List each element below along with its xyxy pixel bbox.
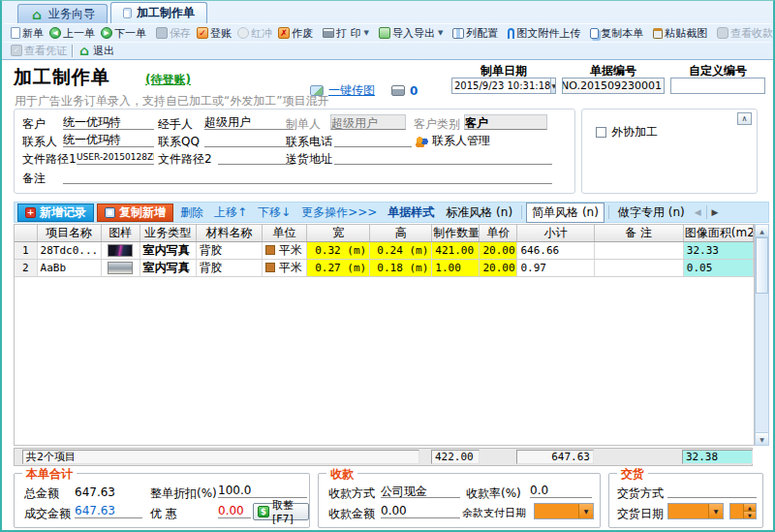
pager-left-icon[interactable]: ◀	[695, 207, 701, 217]
image-area-cell[interactable]: 32.33	[683, 242, 753, 260]
image-area-cell[interactable]: 0.05	[683, 260, 753, 277]
contact-management-button[interactable]: 联系人管理	[416, 133, 490, 149]
one-click-transfer-link[interactable]: 一键传图	[328, 82, 375, 99]
move-down-link[interactable]: 下移↓	[258, 204, 291, 221]
height-cell[interactable]: 0.18 (m)	[370, 260, 432, 277]
balance-date-dropdown[interactable]: ▼	[534, 503, 594, 519]
void-button[interactable]: 作废	[275, 25, 316, 41]
custom-number-input[interactable]	[670, 78, 765, 94]
col-height[interactable]: 高	[370, 225, 432, 242]
subtotal-cell[interactable]: 0.97	[517, 260, 594, 277]
height-cell[interactable]: 0.24 (m)	[370, 242, 432, 260]
order-date-input[interactable]: 2015/9/23 10:31:18 ▼	[451, 78, 556, 94]
contact-field[interactable]: 统一优玛特	[63, 132, 154, 147]
unit-cell[interactable]: 平米	[262, 260, 306, 277]
tab-processing-order[interactable]: 加工制作单	[110, 2, 207, 23]
handler-field[interactable]: 超级用户	[204, 114, 294, 130]
col-item-name[interactable]: 项目名称	[37, 225, 101, 242]
print-button[interactable]: 打 印▼	[320, 25, 372, 41]
material-cell[interactable]: 背胶	[196, 242, 262, 260]
more-actions-link[interactable]: 更多操作>>>	[301, 204, 377, 221]
deal-amount-field[interactable]: 647.63	[75, 504, 142, 518]
exit-button[interactable]: 退出	[75, 43, 117, 58]
spinner-down-icon[interactable]: ▼	[744, 512, 756, 518]
copy-order-button[interactable]: 复制本单	[587, 25, 646, 41]
col-unit-price[interactable]: 单价	[480, 225, 517, 242]
item-name-cell[interactable]: 28Tdc0...	[37, 242, 101, 260]
item-image-cell[interactable]	[101, 242, 140, 260]
payment-amount-field[interactable]: 0.00	[381, 504, 460, 518]
unit-price-cell[interactable]: 20.00	[480, 260, 517, 277]
delivery-method-field[interactable]	[667, 484, 757, 498]
import-export-button[interactable]: 导入导出▼	[376, 25, 446, 41]
qq-field[interactable]	[204, 132, 294, 147]
note-cell[interactable]	[594, 260, 683, 277]
discount-pct-field[interactable]: 100.0	[218, 484, 307, 498]
scroll-up-icon[interactable]: ▲	[756, 225, 768, 237]
plus-icon	[25, 207, 36, 218]
item-image-cell[interactable]	[101, 260, 140, 277]
quantity-cell[interactable]: 1.00	[432, 260, 480, 277]
next-order-button[interactable]: 下一单	[98, 25, 149, 41]
col-image-area[interactable]: 图像面积(m2)	[683, 225, 753, 242]
col-business-type[interactable]: 业务类型	[140, 225, 196, 242]
outsource-checkbox[interactable]: 外协加工	[596, 124, 658, 141]
scrollbar-thumb[interactable]	[756, 237, 768, 294]
col-note[interactable]: 备 注	[594, 225, 683, 242]
business-type-cell[interactable]: 室内写真	[140, 260, 196, 277]
printer-icon[interactable]	[391, 85, 405, 96]
payment-method-field[interactable]: 公司现金	[381, 484, 460, 498]
file-path1-field[interactable]: USER-20150128ZN:C:\	[77, 149, 154, 165]
collapse-button[interactable]: ∧	[737, 112, 752, 125]
unit-cell[interactable]: 平米	[262, 242, 306, 260]
round-amount-button[interactable]: 取整[F7]	[253, 503, 309, 520]
col-unit[interactable]: 单位	[262, 225, 306, 242]
style-standard-button[interactable]: 标准风格 (n)	[441, 203, 517, 222]
quantity-cell[interactable]: 421.00	[432, 242, 480, 260]
delivery-time-spinner[interactable]: ▲▼	[729, 503, 757, 519]
pager-right-icon[interactable]: ▶	[712, 207, 719, 217]
attachment-upload-button[interactable]: 图文附件上传	[505, 25, 583, 41]
scroll-down-icon[interactable]: ▼	[756, 432, 768, 445]
unit-price-cell[interactable]: 20.00	[480, 242, 517, 260]
paste-screenshot-button[interactable]: 粘贴截图	[650, 25, 710, 41]
style-simple-button[interactable]: 简单风格 (n)	[526, 203, 604, 223]
chevron-down-icon[interactable]: ▼	[550, 78, 556, 93]
post-account-button[interactable]: 登账	[194, 25, 234, 41]
add-record-button[interactable]: 新增记录	[17, 203, 94, 222]
copy-record-button[interactable]: 复制新增	[97, 203, 173, 222]
col-subtotal[interactable]: 小计	[517, 225, 594, 242]
note-cell[interactable]	[594, 242, 683, 260]
new-order-button[interactable]: 新单	[8, 25, 46, 41]
customer-field[interactable]: 统一优玛特	[63, 114, 154, 130]
width-cell[interactable]: 0.27 (m)	[307, 260, 370, 277]
row-number-cell[interactable]: 1	[15, 242, 37, 260]
vertical-scrollbar[interactable]: ▲ ▼	[755, 224, 769, 446]
delivery-date-dropdown[interactable]: ▼	[667, 503, 724, 519]
col-quantity[interactable]: 制作数量	[432, 225, 480, 242]
business-type-cell[interactable]: 室内写真	[140, 242, 196, 260]
preferential-field[interactable]: 0.00	[218, 504, 251, 518]
row-number-cell[interactable]: 2	[15, 260, 37, 277]
col-image[interactable]: 图样	[101, 225, 140, 242]
phone-field[interactable]	[334, 132, 412, 147]
payment-rate-field[interactable]: 0.0	[530, 484, 592, 498]
delete-link[interactable]: 删除	[180, 204, 203, 221]
note-field[interactable]	[63, 169, 552, 184]
move-up-link[interactable]: 上移↑	[214, 204, 247, 221]
col-material[interactable]: 材料名称	[196, 225, 262, 242]
file-path2-field[interactable]	[218, 149, 294, 165]
width-cell[interactable]: 0.32 (m)	[307, 242, 370, 260]
tab-business-wizard[interactable]: 业务向导	[17, 4, 108, 23]
col-rownum[interactable]	[15, 225, 37, 242]
subtotal-cell[interactable]: 646.66	[517, 242, 594, 260]
spinner-up-icon[interactable]: ▲	[744, 504, 756, 512]
category-field[interactable]: 客户	[464, 114, 547, 130]
material-cell[interactable]: 背胶	[196, 260, 262, 277]
delivery-address-field[interactable]	[334, 149, 552, 165]
item-name-cell[interactable]: AaBb	[37, 260, 101, 277]
style-text-button[interactable]: 做字专用 (n)	[613, 203, 690, 222]
prev-order-button[interactable]: 上一单	[46, 25, 98, 41]
column-config-button[interactable]: 列配置	[450, 25, 501, 41]
col-width[interactable]: 宽	[307, 225, 370, 242]
